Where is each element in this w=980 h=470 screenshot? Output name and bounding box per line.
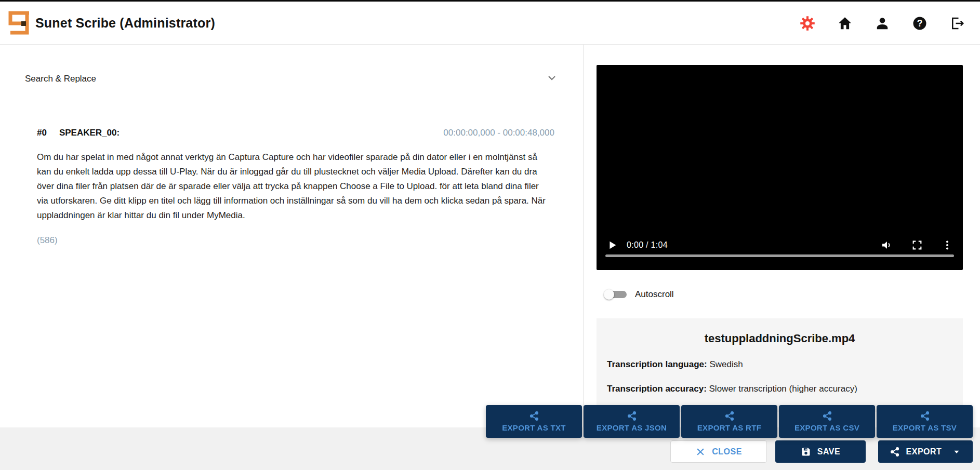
transcription-accuracy-row: Transcription accuracy: Slower transcrip… bbox=[607, 384, 952, 394]
export-menu-popup: EXPORT AS TXT EXPORT AS JSON EXPORT AS R… bbox=[486, 405, 973, 438]
user-icon[interactable] bbox=[874, 15, 891, 32]
export-button[interactable]: EXPORT bbox=[878, 440, 973, 463]
video-time-display: 0:00 / 1:04 bbox=[627, 240, 668, 250]
segment-char-count: (586) bbox=[37, 235, 554, 246]
autoscroll-row: Autoscroll bbox=[603, 285, 674, 304]
segment-index: #0 bbox=[37, 128, 47, 138]
header-icon-bar: ? bbox=[799, 2, 965, 45]
chevron-down-icon bbox=[952, 447, 961, 456]
language-label: Transcription language: bbox=[607, 359, 707, 369]
autoscroll-label: Autoscroll bbox=[635, 289, 674, 300]
language-value: Swedish bbox=[707, 359, 743, 369]
segment-header: #0 SPEAKER_00: 00:00:00,000 - 00:00:48,0… bbox=[37, 128, 554, 138]
save-button[interactable]: SAVE bbox=[775, 440, 866, 463]
share-icon bbox=[529, 411, 539, 421]
share-icon bbox=[920, 411, 930, 421]
app-header: Sunet Scribe (Administrator) bbox=[0, 2, 980, 45]
autoscroll-toggle[interactable] bbox=[603, 285, 633, 304]
export-as-json-button[interactable]: EXPORT AS JSON bbox=[584, 405, 680, 438]
svg-text:?: ? bbox=[917, 18, 923, 29]
close-button[interactable]: CLOSE bbox=[670, 440, 767, 463]
sunet-scribe-logo bbox=[6, 9, 31, 35]
video-controls-right bbox=[881, 239, 953, 251]
transcript-segment[interactable]: #0 SPEAKER_00: 00:00:00,000 - 00:00:48,0… bbox=[37, 128, 554, 246]
export-as-csv-button[interactable]: EXPORT AS CSV bbox=[779, 405, 875, 438]
volume-icon[interactable] bbox=[881, 239, 893, 251]
toggle-knob bbox=[604, 289, 614, 300]
footer-buttons: CLOSE SAVE EXPORT bbox=[0, 440, 980, 463]
export-as-tsv-button[interactable]: EXPORT AS TSV bbox=[877, 405, 973, 438]
app-root: Sunet Scribe (Administrator) bbox=[0, 0, 980, 470]
more-options-icon[interactable] bbox=[941, 239, 953, 251]
help-icon[interactable]: ? bbox=[911, 15, 928, 32]
video-controls: 0:00 / 1:04 bbox=[597, 235, 963, 256]
file-name: testuppladdningScribe.mp4 bbox=[607, 332, 952, 345]
transcript-panel: Search & Replace #0 SPEAKER_00: 00:00:00… bbox=[0, 45, 584, 427]
share-icon bbox=[627, 411, 637, 421]
accuracy-value: Slower transcription (higher accuracy) bbox=[707, 384, 857, 394]
video-player[interactable]: 0:00 / 1:04 bbox=[597, 65, 963, 270]
segment-speaker: SPEAKER_00: bbox=[59, 128, 120, 138]
chevron-down-icon bbox=[546, 72, 558, 86]
export-as-rtf-button[interactable]: EXPORT AS RTF bbox=[681, 405, 777, 438]
search-replace-accordion[interactable]: Search & Replace bbox=[0, 68, 583, 90]
accuracy-label: Transcription accuracy: bbox=[607, 384, 707, 394]
close-icon bbox=[695, 447, 706, 457]
transcription-language-row: Transcription language: Swedish bbox=[607, 359, 952, 370]
settings-gear-icon[interactable] bbox=[799, 15, 816, 32]
home-icon[interactable] bbox=[837, 15, 853, 32]
logout-icon[interactable] bbox=[949, 15, 965, 32]
page-title: Sunet Scribe (Administrator) bbox=[35, 2, 215, 45]
segment-text[interactable]: Om du har spelat in med något annat verk… bbox=[37, 150, 552, 223]
video-progress-bar[interactable] bbox=[605, 254, 954, 257]
share-icon bbox=[890, 447, 900, 457]
segment-timestamp: 00:00:00,000 - 00:00:48,000 bbox=[443, 128, 554, 138]
share-icon bbox=[822, 411, 832, 421]
play-icon[interactable] bbox=[606, 239, 618, 251]
share-icon bbox=[724, 411, 735, 421]
save-icon bbox=[801, 447, 811, 457]
export-as-txt-button[interactable]: EXPORT AS TXT bbox=[486, 405, 582, 438]
file-info-panel: testuppladdningScribe.mp4 Transcription … bbox=[597, 318, 963, 412]
search-replace-label: Search & Replace bbox=[25, 74, 96, 84]
fullscreen-icon[interactable] bbox=[911, 239, 923, 251]
